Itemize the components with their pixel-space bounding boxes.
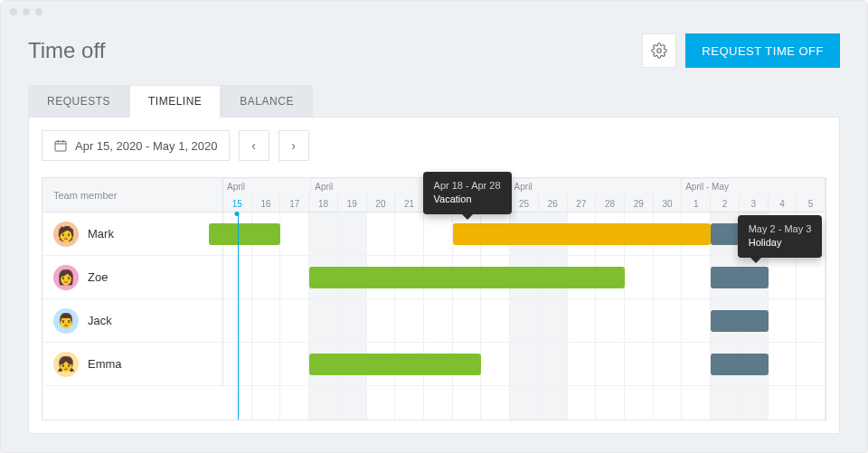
day-cell: 18 bbox=[309, 194, 338, 212]
chevron-left-icon: ‹ bbox=[251, 138, 256, 153]
day-cell: 28 bbox=[596, 194, 625, 212]
member-cell[interactable]: 👧Emma bbox=[42, 343, 223, 385]
tooltip-body: Vacation bbox=[434, 193, 501, 206]
timeline-row: 👨Jack bbox=[42, 299, 826, 343]
timeline-bar[interactable] bbox=[453, 223, 711, 245]
bars-container bbox=[223, 299, 826, 342]
gear-icon bbox=[651, 42, 667, 59]
days-row: 1516171819202122232425262728293012345 bbox=[223, 194, 826, 212]
day-cell: 30 bbox=[654, 194, 683, 212]
timeline-rows: 🧑Mark👩Zoe👨Jack👧Emma bbox=[42, 212, 826, 420]
tooltip-body: Holiday bbox=[749, 236, 812, 250]
day-cell: 17 bbox=[280, 194, 309, 212]
calendar-icon bbox=[53, 138, 68, 153]
header-actions: REQUEST TIME OFF bbox=[642, 33, 840, 68]
tooltip-title: Apr 18 - Apr 28 bbox=[434, 179, 501, 193]
next-range-button[interactable]: › bbox=[278, 130, 309, 161]
svg-point-0 bbox=[657, 49, 662, 53]
window-dot bbox=[10, 8, 17, 15]
avatar: 🧑 bbox=[53, 222, 79, 247]
timeline-grid: Team member AprilAprilAprilApril - May 1… bbox=[42, 177, 826, 420]
day-cell: 21 bbox=[395, 194, 424, 212]
day-cell: 2 bbox=[711, 194, 740, 212]
window-dot bbox=[35, 8, 42, 15]
day-cell: 26 bbox=[539, 194, 568, 212]
day-cell: 5 bbox=[797, 194, 826, 212]
day-cell: 29 bbox=[625, 194, 654, 212]
member-cell[interactable]: 🧑Mark bbox=[42, 212, 223, 255]
member-cell[interactable]: 👩Zoe bbox=[42, 256, 223, 298]
timeline-row: 👧Emma bbox=[42, 343, 826, 386]
timeline-bar[interactable] bbox=[711, 354, 768, 375]
day-cell: 15 bbox=[223, 194, 252, 212]
tab-balance[interactable]: BALANCE bbox=[221, 85, 313, 118]
app-window: Time off REQUEST TIME OFF REQUESTS TIMEL… bbox=[0, 0, 868, 453]
timeline-bar[interactable] bbox=[309, 354, 481, 375]
window-dot bbox=[23, 8, 30, 15]
timeline-row: 🧑Mark bbox=[42, 212, 826, 256]
month-label: April bbox=[223, 178, 311, 194]
member-name: Emma bbox=[88, 357, 122, 371]
avatar: 👩 bbox=[53, 265, 79, 290]
timeline-bar[interactable] bbox=[209, 223, 280, 245]
tab-requests[interactable]: REQUESTS bbox=[28, 85, 129, 118]
day-cell: 27 bbox=[568, 194, 597, 212]
today-indicator bbox=[238, 212, 239, 420]
timeline-panel: Apr 15, 2020 - May 1, 2020 ‹ › Team memb… bbox=[28, 117, 840, 434]
day-cell: 1 bbox=[682, 194, 711, 212]
member-name: Zoe bbox=[88, 270, 108, 284]
month-label: April - May bbox=[682, 178, 826, 194]
settings-button[interactable] bbox=[642, 33, 676, 68]
member-name: Jack bbox=[88, 314, 112, 327]
member-cell[interactable]: 👨Jack bbox=[42, 299, 223, 342]
date-range-picker[interactable]: Apr 15, 2020 - May 1, 2020 bbox=[42, 130, 230, 161]
tooltip: Apr 18 - Apr 28Vacation bbox=[423, 172, 512, 214]
avatar: 👨 bbox=[53, 308, 79, 334]
day-cell: 25 bbox=[510, 194, 539, 212]
request-time-off-button[interactable]: REQUEST TIME OFF bbox=[685, 33, 840, 68]
timeline-bar[interactable] bbox=[711, 310, 768, 332]
prev-range-button[interactable]: ‹ bbox=[239, 130, 269, 161]
window-titlebar bbox=[1, 1, 867, 23]
page-title: Time off bbox=[28, 38, 105, 63]
member-column-header: Team member bbox=[42, 178, 223, 212]
timeline-body: 🧑Mark👩Zoe👨Jack👧Emma Apr 18 - Apr 28Vacat… bbox=[42, 212, 826, 420]
timeline-bar[interactable] bbox=[711, 267, 768, 288]
day-cell: 20 bbox=[367, 194, 396, 212]
day-cell: 3 bbox=[740, 194, 769, 212]
tab-timeline[interactable]: TIMELINE bbox=[129, 85, 221, 118]
day-cell: 16 bbox=[252, 194, 281, 212]
bars-container bbox=[223, 343, 826, 385]
bars-container bbox=[223, 212, 826, 255]
member-name: Mark bbox=[88, 227, 114, 241]
day-cell: 4 bbox=[769, 194, 797, 212]
bars-container bbox=[223, 256, 826, 298]
timeline-toolbar: Apr 15, 2020 - May 1, 2020 ‹ › bbox=[29, 118, 839, 168]
day-cell: 19 bbox=[338, 194, 367, 212]
tooltip: May 2 - May 3Holiday bbox=[738, 215, 823, 258]
avatar: 👧 bbox=[53, 352, 79, 377]
month-label: April bbox=[511, 178, 683, 194]
date-range-text: Apr 15, 2020 - May 1, 2020 bbox=[75, 139, 218, 153]
tooltip-title: May 2 - May 3 bbox=[749, 222, 812, 236]
timeline-bar[interactable] bbox=[309, 267, 625, 288]
timeline-row: 👩Zoe bbox=[42, 256, 826, 299]
months-row: AprilAprilAprilApril - May bbox=[223, 178, 826, 194]
tabs: REQUESTS TIMELINE BALANCE bbox=[1, 84, 867, 117]
svg-rect-1 bbox=[55, 141, 66, 151]
chevron-right-icon: › bbox=[291, 138, 296, 153]
page-header: Time off REQUEST TIME OFF bbox=[1, 23, 867, 84]
